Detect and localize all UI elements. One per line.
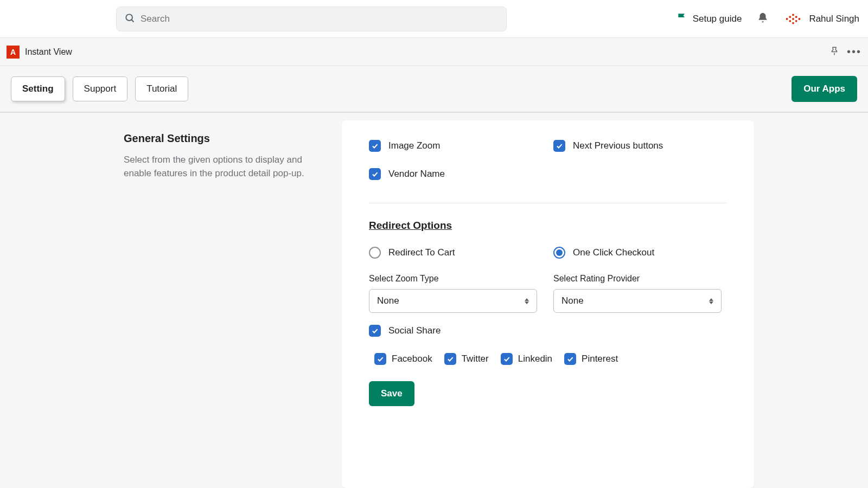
svg-point-5 [792, 14, 794, 16]
search-input[interactable] [141, 14, 499, 24]
flag-icon [676, 12, 687, 25]
zoom-type-label: Select Zoom Type [369, 274, 553, 284]
setup-guide-label: Setup guide [693, 14, 742, 24]
checkbox-icon [369, 168, 381, 180]
section-description: Select from the given options to display… [124, 153, 322, 180]
zoom-type-select[interactable]: None [369, 289, 537, 313]
rating-provider-select[interactable]: None [553, 289, 722, 313]
section-title: General Settings [124, 132, 322, 145]
our-apps-button[interactable]: Our Apps [792, 76, 857, 102]
radio-one-click-checkout[interactable]: One Click Checkout [553, 247, 727, 259]
tab-tutorial[interactable]: Tutorial [135, 76, 188, 101]
checkbox-icon [501, 353, 513, 365]
search-wrap [116, 7, 507, 31]
more-icon[interactable]: ••• [847, 46, 861, 58]
checkbox-facebook[interactable]: Facebook [374, 353, 432, 365]
social-share-options: Facebook Twitter Linkedin Pinterest [374, 353, 727, 365]
radio-label: Redirect To Cart [388, 247, 455, 258]
checkbox-icon [564, 353, 576, 365]
main-content: General Settings Select from the given o… [0, 113, 868, 488]
top-bar: Setup guide Rahul Singh [0, 0, 868, 38]
divider [369, 203, 727, 203]
checkbox-icon [369, 325, 381, 337]
checkbox-label: Facebook [392, 354, 432, 364]
checkbox-next-prev[interactable]: Next Previous buttons [553, 140, 727, 152]
radio-label: One Click Checkout [573, 247, 654, 258]
checkbox-icon [444, 353, 456, 365]
checkbox-icon [374, 353, 386, 365]
user-name-label: Rahul Singh [809, 14, 859, 24]
svg-point-7 [792, 22, 794, 24]
checkbox-label: Next Previous buttons [573, 140, 663, 151]
left-column: General Settings Select from the given o… [0, 120, 342, 488]
select-value: None [561, 296, 584, 306]
app-title: Instant View [25, 47, 72, 57]
checkbox-linkedin[interactable]: Linkedin [501, 353, 552, 365]
pin-icon[interactable] [829, 46, 839, 58]
select-value: None [377, 296, 399, 306]
svg-point-8 [795, 16, 797, 18]
radio-icon [369, 247, 381, 259]
rating-provider-label: Select Rating Provider [553, 274, 727, 284]
chevron-updown-icon [525, 298, 529, 304]
svg-point-3 [789, 16, 792, 18]
avatar [784, 10, 802, 28]
checkbox-label: Vendor Name [388, 169, 445, 179]
checkbox-vendor-name[interactable]: Vendor Name [369, 168, 553, 180]
app-logo-icon: A [7, 46, 20, 59]
svg-point-0 [126, 14, 132, 21]
checkbox-icon [553, 140, 565, 152]
search-box[interactable] [116, 7, 507, 31]
notifications-icon[interactable] [757, 12, 769, 26]
checkbox-label: Social Share [388, 325, 441, 336]
redirect-options-heading: Redirect Options [369, 220, 727, 232]
checkbox-social-share[interactable]: Social Share [369, 325, 727, 337]
app-bar: A Instant View ••• [0, 38, 868, 66]
svg-line-1 [132, 20, 134, 22]
svg-point-6 [792, 18, 794, 20]
settings-card: Image Zoom Vendor Name Next Previous but… [342, 120, 754, 488]
tabs-row: Setting Support Tutorial Our Apps [0, 66, 868, 113]
checkbox-label: Linkedin [518, 354, 552, 364]
svg-point-9 [795, 20, 797, 22]
checkbox-label: Twitter [462, 354, 489, 364]
svg-point-10 [799, 18, 801, 20]
save-button[interactable]: Save [369, 381, 414, 406]
setup-guide-link[interactable]: Setup guide [676, 12, 742, 25]
svg-point-2 [786, 18, 788, 20]
chevron-updown-icon [709, 298, 713, 304]
tab-support[interactable]: Support [73, 76, 128, 101]
checkbox-label: Pinterest [582, 354, 618, 364]
svg-point-4 [789, 20, 792, 22]
radio-redirect-cart[interactable]: Redirect To Cart [369, 247, 553, 259]
checkbox-pinterest[interactable]: Pinterest [564, 353, 618, 365]
checkbox-twitter[interactable]: Twitter [444, 353, 489, 365]
radio-icon [553, 247, 565, 259]
tab-setting[interactable]: Setting [11, 76, 65, 101]
checkbox-image-zoom[interactable]: Image Zoom [369, 140, 553, 152]
topbar-right: Setup guide Rahul Singh [676, 10, 859, 28]
search-icon [124, 12, 135, 25]
checkbox-label: Image Zoom [388, 140, 440, 151]
user-menu[interactable]: Rahul Singh [784, 10, 859, 28]
checkbox-icon [369, 140, 381, 152]
